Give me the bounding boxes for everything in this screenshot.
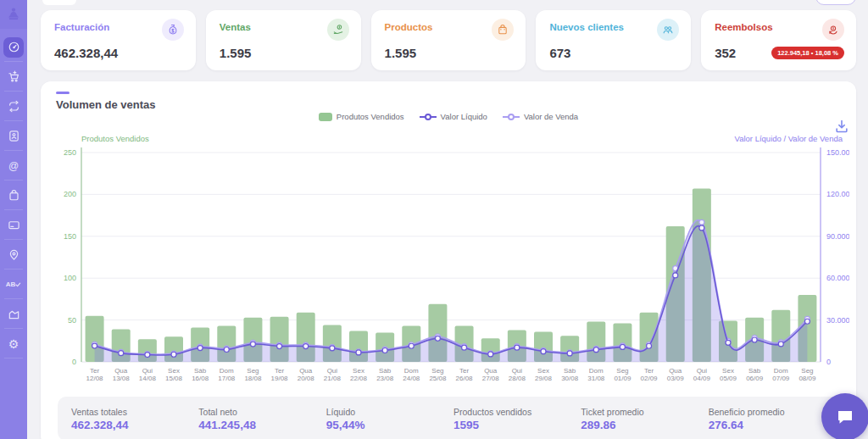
svg-text:Dom: Dom (774, 367, 788, 375)
summary-label: Productos vendidos (453, 407, 581, 417)
svg-text:05/09: 05/09 (720, 375, 737, 382)
sidebar-item-settings[interactable]: ⚙ (0, 329, 27, 358)
sidebar-item-payments[interactable] (0, 210, 27, 240)
card-label: Nuevos clientes (549, 19, 624, 32)
svg-text:Sex: Sex (353, 367, 364, 375)
sidebar-item-products[interactable] (0, 181, 27, 210)
svg-text:25/08: 25/08 (429, 375, 447, 382)
summary-value: 441.245,48 (198, 419, 326, 431)
svg-text:01/09: 01/09 (614, 375, 632, 382)
sales-volume-card: Volumen de ventas Produtos Vendidos Valo… (41, 81, 856, 439)
sidebar-item-reports[interactable] (0, 299, 27, 329)
summary-beneficio-promedio: Beneficio promedio 276.64 (709, 407, 836, 431)
svg-text:Seg: Seg (247, 367, 259, 375)
summary-bar: Ventas totales 462.328,44 Total neto 441… (58, 397, 849, 439)
sidebar-item-dashboard[interactable] (0, 32, 27, 62)
summary-ticket-promedio: Ticket promedio 289.86 (581, 407, 708, 431)
sidebar-item-ab-test[interactable]: AB (0, 270, 27, 299)
svg-text:30/08: 30/08 (561, 375, 579, 382)
svg-text:Sáb: Sáb (379, 367, 392, 375)
svg-text:02/09: 02/09 (641, 375, 659, 382)
card-icon (8, 219, 20, 231)
svg-text:Qui: Qui (512, 367, 523, 375)
card-label: Facturación (54, 19, 109, 32)
card-facturacion: Facturación 462.328,44 (41, 10, 196, 70)
svg-text:150: 150 (64, 232, 76, 241)
legend-valor-venda[interactable]: Valor de Venda (503, 112, 578, 121)
card-value: 1.595 (220, 46, 252, 60)
header-control-partial[interactable] (815, 0, 856, 5)
at-sign-icon: @ (8, 161, 19, 171)
svg-text:06/09: 06/09 (746, 375, 764, 382)
svg-text:Qui: Qui (327, 367, 338, 375)
legend-produtos-vendidos[interactable]: Produtos Vendidos (319, 112, 404, 121)
svg-text:0: 0 (72, 358, 76, 366)
svg-text:24/08: 24/08 (403, 375, 420, 382)
sidebar-item-contacts[interactable] (0, 121, 27, 151)
repeat-arrows-icon (8, 100, 20, 113)
svg-text:21/08: 21/08 (324, 375, 342, 382)
svg-text:03/09: 03/09 (667, 375, 685, 382)
svg-text:Ter: Ter (90, 367, 99, 375)
legend-swatch-green (319, 113, 332, 121)
svg-text:90.000: 90.000 (826, 232, 849, 241)
summary-total-neto: Total neto 441.245,48 (198, 407, 326, 431)
svg-text:Sáb: Sáb (194, 367, 207, 375)
sales-volume-chart[interactable]: 005030.00010060.00015090.000200120.00025… (47, 125, 849, 385)
svg-text:07/09: 07/09 (772, 375, 790, 382)
svg-text:31/08: 31/08 (587, 375, 605, 382)
svg-text:27/08: 27/08 (482, 375, 500, 382)
chart-title: Volumen de ventas (56, 98, 156, 111)
svg-text:Sex: Sex (537, 367, 549, 375)
card-productos: Productos 1.595 (371, 10, 526, 70)
hand-coin-icon (327, 19, 349, 41)
svg-text:17/08: 17/08 (218, 375, 236, 382)
card-ventas: Ventas 1.595 (206, 10, 361, 70)
svg-text:19/08: 19/08 (271, 375, 289, 382)
legend-valor-liquido[interactable]: Valor Líquido (420, 112, 487, 121)
svg-text:26/08: 26/08 (456, 375, 474, 382)
svg-text:250: 250 (64, 148, 76, 157)
svg-text:Qua: Qua (669, 367, 682, 375)
svg-text:100: 100 (64, 274, 76, 282)
contact-book-icon (8, 130, 20, 142)
card-value: 1.595 (385, 46, 417, 60)
dashboard-page: @ AB ⚙ Factura (0, 0, 868, 439)
svg-text:0: 0 (826, 358, 831, 366)
svg-text:30.000: 30.000 (826, 316, 849, 325)
sidebar-item-recurrence[interactable] (0, 92, 27, 121)
summary-value: 95,44% (326, 419, 453, 431)
settings-gear-icon: ⚙ (8, 338, 19, 350)
sidebar-item-tracking[interactable] (0, 240, 27, 270)
svg-text:Qua: Qua (484, 367, 498, 375)
chat-button[interactable] (821, 393, 868, 439)
sidebar-item-email[interactable]: @ (0, 151, 27, 181)
svg-text:Dom: Dom (589, 367, 604, 375)
svg-text:08/09: 08/09 (798, 375, 816, 382)
svg-text:04/09: 04/09 (693, 375, 711, 382)
svg-text:Qui: Qui (142, 367, 153, 375)
ab-test-icon: AB (6, 281, 22, 288)
summary-ventas-totales: Ventas totales 462.328,44 (71, 407, 198, 431)
card-value: 462.328,44 (54, 46, 118, 60)
svg-text:Qua: Qua (299, 367, 313, 375)
card-label: Reembolsos (715, 19, 772, 32)
svg-text:Ter: Ter (275, 367, 284, 375)
svg-text:Ter: Ter (459, 367, 469, 375)
sidebar-item-sales[interactable] (0, 62, 27, 92)
users-icon (657, 19, 679, 41)
meditation-person-icon (6, 7, 21, 22)
summary-liquido: Líquido 95,44% (326, 407, 453, 431)
summary-label: Total neto (198, 407, 326, 417)
refund-coin-icon (822, 19, 844, 41)
svg-text:Sáb: Sáb (564, 367, 576, 375)
svg-text:18/08: 18/08 (244, 375, 262, 382)
svg-text:150.000: 150.000 (826, 148, 849, 157)
summary-value: 276.64 (709, 419, 836, 431)
card-nuevos-clientes: Nuevos clientes 673 (536, 10, 691, 70)
svg-text:Seg: Seg (431, 367, 443, 375)
legend-line-dark (420, 116, 437, 118)
chart-legend: Produtos Vendidos Valor Líquido Valor de… (41, 112, 856, 121)
chat-bubble-icon (835, 407, 855, 427)
card-value: 352 (715, 46, 736, 60)
